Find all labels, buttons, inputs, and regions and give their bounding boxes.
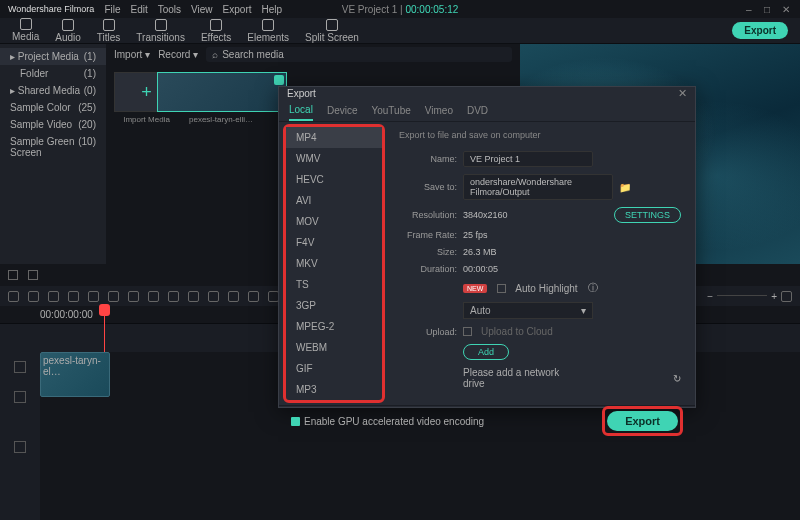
gpu-option[interactable]: Enable GPU accelerated video encoding <box>291 416 484 427</box>
settings-button[interactable]: SETTINGS <box>614 207 681 223</box>
tool-icon[interactable] <box>228 291 239 302</box>
zoom-slider[interactable] <box>717 295 767 297</box>
dialog-body: MP4 WMV HEVC AVI MOV F4V MKV TS 3GP MPEG… <box>279 122 695 405</box>
upload-checkbox[interactable] <box>463 327 472 336</box>
media-icon <box>20 18 32 30</box>
fit-icon[interactable] <box>781 291 792 302</box>
sidebar-item-folder[interactable]: Folder(1) <box>0 65 106 82</box>
sidebar-item-project-media[interactable]: ▸ Project Media(1) <box>0 48 106 65</box>
format-mpeg2[interactable]: MPEG-2 <box>286 316 382 337</box>
highlight-checkbox[interactable] <box>497 284 506 293</box>
new-badge: NEW <box>463 284 487 293</box>
export-final-highlight: Export <box>602 406 683 436</box>
check-icon <box>274 75 284 85</box>
split-icon[interactable] <box>68 291 79 302</box>
format-mp4[interactable]: MP4 <box>286 127 382 148</box>
tab-device[interactable]: Device <box>327 101 358 120</box>
export-button[interactable]: Export <box>732 22 788 39</box>
highlight-select[interactable]: Auto▾ <box>463 302 593 319</box>
delete-icon[interactable] <box>48 291 59 302</box>
speed-icon[interactable] <box>108 291 119 302</box>
record-dropdown[interactable]: Record ▾ <box>158 49 198 60</box>
audio-icon[interactable] <box>188 291 199 302</box>
tab-transitions[interactable]: Transitions <box>130 17 191 45</box>
info-icon[interactable]: ⓘ <box>588 281 598 295</box>
format-wmv[interactable]: WMV <box>286 148 382 169</box>
export-description: Export to file and save on computer <box>399 130 681 140</box>
format-list: MP4 WMV HEVC AVI MOV F4V MKV TS 3GP MPEG… <box>283 124 385 403</box>
track-video-icon[interactable] <box>0 382 40 412</box>
tab-vimeo[interactable]: Vimeo <box>425 101 453 120</box>
menu-view[interactable]: View <box>191 4 213 15</box>
keyframe-icon[interactable] <box>168 291 179 302</box>
zoom-in-icon[interactable]: + <box>771 291 777 302</box>
track-audio-icon[interactable] <box>0 432 40 462</box>
marker-icon[interactable] <box>208 291 219 302</box>
menu-file[interactable]: File <box>104 4 120 15</box>
format-ts[interactable]: TS <box>286 274 382 295</box>
format-avi[interactable]: AVI <box>286 190 382 211</box>
format-f4v[interactable]: F4V <box>286 232 382 253</box>
menu-edit[interactable]: Edit <box>131 4 148 15</box>
format-gif[interactable]: GIF <box>286 358 382 379</box>
save-path-input[interactable]: ondershare/Wondershare Filmora/Output <box>463 174 613 200</box>
panel-icon[interactable] <box>8 270 18 280</box>
menu-bar: File Edit Tools View Export Help <box>104 4 282 15</box>
minimize-icon[interactable]: – <box>746 4 756 14</box>
import-dropdown[interactable]: Import ▾ <box>114 49 150 60</box>
refresh-icon[interactable]: ↻ <box>673 373 681 384</box>
search-input[interactable]: ⌕Search media <box>206 47 512 62</box>
format-3gp[interactable]: 3GP <box>286 295 382 316</box>
tab-split-screen[interactable]: Split Screen <box>299 17 365 45</box>
format-mp3[interactable]: MP3 <box>286 379 382 400</box>
tab-youtube[interactable]: YouTube <box>371 101 410 120</box>
zoom-out-icon[interactable]: − <box>707 291 713 302</box>
track-lock-icon[interactable] <box>0 352 40 382</box>
duration-value: 00:00:05 <box>463 264 498 274</box>
greenscreen-icon[interactable] <box>148 291 159 302</box>
tab-dvd[interactable]: DVD <box>467 101 488 120</box>
panel-icon[interactable] <box>28 270 38 280</box>
zoom-control[interactable]: − + <box>707 291 792 302</box>
tab-local[interactable]: Local <box>289 100 313 121</box>
titlebar: Wondershare Filmora File Edit Tools View… <box>0 0 800 18</box>
format-mkv[interactable]: MKV <box>286 253 382 274</box>
close-icon[interactable]: ✕ <box>782 4 792 14</box>
sidebar-item-sample-video[interactable]: Sample Video(20) <box>0 116 106 133</box>
add-button[interactable]: Add <box>463 344 509 360</box>
menu-export[interactable]: Export <box>223 4 252 15</box>
menu-tools[interactable]: Tools <box>158 4 181 15</box>
network-drive-text: Please add a network drive↻ <box>463 367 681 389</box>
sidebar-item-green-screen[interactable]: Sample Green Screen(10) <box>0 133 106 161</box>
tab-audio[interactable]: Audio <box>49 17 87 45</box>
tab-elements[interactable]: Elements <box>241 17 295 45</box>
sidebar-item-shared[interactable]: ▸ Shared Media(0) <box>0 82 106 99</box>
folder-icon[interactable]: 📁 <box>619 182 631 193</box>
menu-help[interactable]: Help <box>262 4 283 15</box>
close-icon[interactable]: ✕ <box>678 87 687 100</box>
video-clip[interactable]: pexesl-taryn-el… <box>40 352 110 397</box>
format-webm[interactable]: WEBM <box>286 337 382 358</box>
workspace-tabs: Media Audio Titles Transitions Effects E… <box>0 18 800 44</box>
tool-icon[interactable] <box>248 291 259 302</box>
name-input[interactable]: VE Project 1 <box>463 151 593 167</box>
undo-icon[interactable] <box>8 291 19 302</box>
format-mov[interactable]: MOV <box>286 211 382 232</box>
export-settings: Export to file and save on computer Name… <box>385 122 695 405</box>
thumb-clip[interactable]: pexesl-taryn-elliott-5548… <box>189 72 254 124</box>
tab-effects[interactable]: Effects <box>195 17 237 45</box>
gpu-checkbox[interactable] <box>291 417 300 426</box>
app-name: Wondershare Filmora <box>8 4 94 14</box>
sidebar-item-sample-color[interactable]: Sample Color(25) <box>0 99 106 116</box>
tab-media[interactable]: Media <box>6 16 45 46</box>
color-icon[interactable] <box>128 291 139 302</box>
tab-titles[interactable]: Titles <box>91 17 127 45</box>
format-hevc[interactable]: HEVC <box>286 169 382 190</box>
crop-icon[interactable] <box>88 291 99 302</box>
effects-icon <box>210 19 222 31</box>
dialog-title: Export <box>287 88 316 99</box>
redo-icon[interactable] <box>28 291 39 302</box>
export-final-button[interactable]: Export <box>607 411 678 431</box>
maximize-icon[interactable]: □ <box>764 4 774 14</box>
framerate-value: 25 fps <box>463 230 488 240</box>
